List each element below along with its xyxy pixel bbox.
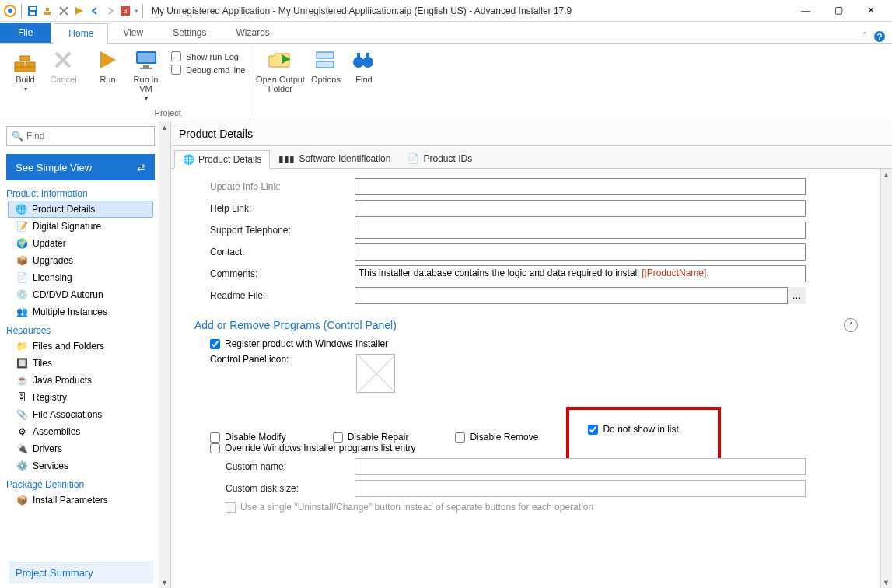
signature-icon: 📝 xyxy=(16,220,28,233)
register-product-checkbox[interactable]: Register product with Windows Installer xyxy=(210,338,873,349)
contact-input[interactable] xyxy=(355,243,806,261)
project-summary-button[interactable]: Project Summary xyxy=(9,562,153,583)
folders-icon: 📁 xyxy=(16,340,28,352)
svg-rect-23 xyxy=(138,53,155,62)
build-button[interactable]: Build▾ xyxy=(8,47,43,93)
tab-wizards[interactable]: Wizards xyxy=(222,23,285,43)
minimize-button[interactable]: — xyxy=(794,2,817,19)
nav-product-details[interactable]: 🌐Product Details xyxy=(8,201,153,218)
scroll-down-icon[interactable]: ▼ xyxy=(159,576,170,588)
license-icon: 📄 xyxy=(16,271,28,284)
debug-cmd-line-checkbox[interactable]: Debug cmd line xyxy=(171,65,245,75)
box-up-icon: 📦 xyxy=(16,254,28,267)
help-link-input[interactable] xyxy=(355,200,806,217)
disable-repair-checkbox[interactable]: Disable Repair xyxy=(333,432,409,443)
nav-licensing[interactable]: 📄Licensing xyxy=(0,269,170,286)
tab-home[interactable]: Home xyxy=(54,23,108,44)
main-scroll-up-icon[interactable]: ▲ xyxy=(880,169,892,180)
nav-tiles[interactable]: 🔲Tiles xyxy=(0,355,170,372)
disable-modify-checkbox[interactable]: Disable Modify xyxy=(210,432,286,443)
update-info-link-input[interactable] xyxy=(355,178,806,195)
svg-rect-5 xyxy=(44,12,47,15)
left-scrollbar[interactable] xyxy=(159,121,170,588)
nav-registry[interactable]: 🗄Registry xyxy=(0,389,170,406)
tab-product-ids[interactable]: 📄Product IDs xyxy=(399,149,481,168)
tab-software-identification[interactable]: ▮▮▮Software Identification xyxy=(270,149,399,168)
svg-rect-15 xyxy=(15,62,24,67)
nav-files-folders[interactable]: 📁Files and Folders xyxy=(0,338,170,355)
globe-icon: 🌐 xyxy=(15,203,27,215)
scroll-up-icon[interactable]: ▲ xyxy=(159,121,170,133)
play-icon xyxy=(96,48,121,73)
svg-rect-4 xyxy=(30,12,35,15)
cancel-button: Cancel xyxy=(46,47,81,93)
readme-file-input[interactable] xyxy=(355,287,806,304)
run-button[interactable]: Run xyxy=(90,47,125,102)
app-icon xyxy=(3,4,17,18)
nav-assemblies[interactable]: ⚙Assemblies xyxy=(0,423,170,440)
see-simple-view-button[interactable]: See Simple View ⇄ xyxy=(6,154,155,180)
section-resources: Resources xyxy=(0,320,170,338)
nav-install-parameters[interactable]: 📦Install Parameters xyxy=(0,492,170,509)
nav-upgrades[interactable]: 📦Upgrades xyxy=(0,252,170,269)
open-output-folder-button[interactable]: Open Output Folder xyxy=(255,47,305,93)
fileassoc-icon: 📎 xyxy=(16,408,28,421)
search-icon: 🔍 xyxy=(12,131,23,142)
main-scroll-down-icon[interactable]: ▼ xyxy=(880,576,892,588)
collapse-section-button[interactable]: ˄ xyxy=(844,318,858,332)
svg-rect-28 xyxy=(317,61,334,68)
window-title: My Unregistered Appllication - My Unregi… xyxy=(152,5,794,16)
project-group-label: Project xyxy=(155,107,181,119)
ribbon: Build▾ Cancel Run Run in VM▾ Show run Lo… xyxy=(0,44,892,121)
nav-multiple-instances[interactable]: 👥Multiple Instances xyxy=(0,303,170,320)
tab-product-details[interactable]: 🌐Product Details xyxy=(174,150,270,169)
nav-java-products[interactable]: ☕Java Products xyxy=(0,372,170,389)
options-button[interactable]: Options xyxy=(308,47,343,93)
support-telephone-input[interactable] xyxy=(355,222,806,239)
help-icon[interactable]: ? xyxy=(873,30,886,43)
quick-access-toolbar: 8 ▾ xyxy=(3,4,145,18)
build-icon[interactable] xyxy=(41,4,55,18)
back-icon[interactable] xyxy=(88,4,102,18)
sidebar-search[interactable]: 🔍 xyxy=(6,126,155,146)
svg-rect-24 xyxy=(143,65,149,68)
nav-cddvd-autorun[interactable]: 💿CD/DVD Autorun xyxy=(0,286,170,303)
control-panel-icon-placeholder[interactable] xyxy=(356,354,395,393)
show-run-log-checkbox[interactable]: Show run Log xyxy=(171,51,239,61)
tab-settings[interactable]: Settings xyxy=(158,23,221,43)
assemblies-icon: ⚙ xyxy=(16,425,28,438)
issues-icon[interactable]: 8 xyxy=(119,4,133,18)
svg-marker-10 xyxy=(75,7,83,15)
left-navigation: ▲ ▼ 🔍 See Simple View ⇄ Product Informat… xyxy=(0,121,171,588)
main-scrollbar[interactable] xyxy=(880,169,892,588)
close-button[interactable]: ✕ xyxy=(859,2,883,19)
support-telephone-label: Support Telephone: xyxy=(210,225,350,236)
save-icon[interactable] xyxy=(26,4,40,18)
override-programs-list-checkbox[interactable]: Override Windows Installer programs list… xyxy=(210,443,873,453)
browse-button[interactable]: … xyxy=(787,287,806,304)
run-in-vm-button[interactable]: Run in VM▾ xyxy=(128,47,163,102)
sidebar-search-input[interactable] xyxy=(26,131,149,142)
id-icon: 📄 xyxy=(408,153,419,164)
disable-remove-checkbox[interactable]: Disable Remove xyxy=(455,432,538,443)
comments-input[interactable]: This installer database contains the log… xyxy=(355,265,806,282)
run-icon-qat[interactable] xyxy=(72,4,86,18)
find-button[interactable]: Find xyxy=(346,47,381,93)
nav-digital-signature[interactable]: 📝Digital Signature xyxy=(0,218,170,235)
svg-text:8: 8 xyxy=(123,7,127,15)
forward-icon[interactable] xyxy=(103,4,117,18)
cancel-icon-qat[interactable] xyxy=(57,4,71,18)
svg-rect-27 xyxy=(317,52,334,58)
do-not-show-in-list-checkbox[interactable]: Do not show in list xyxy=(588,424,678,435)
tab-view[interactable]: View xyxy=(108,23,158,43)
help-link-label: Help Link: xyxy=(210,203,350,214)
tab-file[interactable]: File xyxy=(0,23,51,43)
nav-services[interactable]: ⚙️Services xyxy=(0,457,170,474)
nav-file-associations[interactable]: 📎File Associations xyxy=(0,406,170,423)
collapse-ribbon-icon[interactable]: ˄ xyxy=(862,31,867,42)
nav-drivers[interactable]: 🔌Drivers xyxy=(0,440,170,457)
nav-updater[interactable]: 🌍Updater xyxy=(0,235,170,252)
svg-point-1 xyxy=(8,9,12,13)
maximize-button[interactable]: ▢ xyxy=(827,2,850,19)
swap-icon: ⇄ xyxy=(137,162,145,173)
